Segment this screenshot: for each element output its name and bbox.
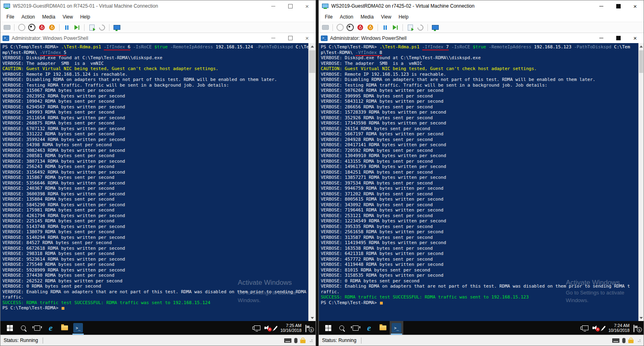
powershell-titlebar[interactable]: >_ Administrator: Windows PowerShell × <box>319 33 644 43</box>
resize-grip[interactable] <box>309 339 312 342</box>
menu-help[interactable]: Help <box>395 12 412 21</box>
console-line: VERBOSE: 0 RDMA bytes sent per second <box>2 284 308 289</box>
console-scrollbar[interactable] <box>308 43 316 321</box>
save-vm-button[interactable] <box>366 23 374 31</box>
scroll-down-arrow[interactable] <box>639 315 644 321</box>
console-line: VERBOSE: 6707132 RDMA bytes written per … <box>2 126 308 132</box>
maximize-button[interactable] <box>610 0 627 12</box>
scroll-down-arrow[interactable] <box>309 315 316 321</box>
ctrl-alt-del-button[interactable] <box>321 23 329 31</box>
volume-muted-icon[interactable]: ✕ <box>592 325 599 331</box>
resize-grip[interactable] <box>637 339 640 342</box>
minimize-button[interactable] <box>593 0 610 12</box>
pause-vm-button[interactable] <box>381 23 389 31</box>
console-line: VERBOSE: 208581 RDMA bytes sent per seco… <box>2 153 308 159</box>
enhanced-session-button[interactable] <box>431 23 439 31</box>
powershell-titlebar[interactable]: >_ Administrator: Windows PowerShell × <box>0 33 316 43</box>
console-line: VERBOSE: 12234549 RDMA bytes written per… <box>321 218 638 224</box>
console-line: VERBOSE: 2561658 RDMA bytes written per … <box>321 229 638 235</box>
ps-maximize-button[interactable] <box>610 33 627 43</box>
clock[interactable]: 7:24 AM 10/16/2018 <box>608 323 630 333</box>
enhanced-session-button[interactable] <box>113 23 121 31</box>
vmconnect-statusbar: Status: Running <box>0 335 316 346</box>
action-center-icon[interactable]: 1 <box>305 325 312 331</box>
revert-button[interactable] <box>98 23 106 31</box>
internet-explorer-button[interactable]: e <box>44 321 58 335</box>
console-line: VERBOSE: 5356646 RDMA bytes written per … <box>2 180 308 186</box>
ps-maximize-button[interactable] <box>282 33 299 43</box>
task-view-button[interactable] <box>30 321 44 335</box>
search-button[interactable] <box>335 321 349 335</box>
menu-view[interactable]: View <box>377 12 395 21</box>
menu-file[interactable]: File <box>3 12 18 21</box>
scroll-up-arrow[interactable] <box>309 43 316 50</box>
console-line: VERBOSE: 4119448 RDMA bytes written per … <box>321 262 638 267</box>
menu-help[interactable]: Help <box>76 12 94 21</box>
scroll-up-arrow[interactable] <box>639 43 644 50</box>
pause-vm-button[interactable] <box>63 23 71 31</box>
action-center-icon[interactable]: 1 <box>634 325 640 331</box>
menu-media[interactable]: Media <box>39 12 59 21</box>
pen-icon[interactable] <box>603 325 604 331</box>
checkpoint-button[interactable] <box>88 23 96 31</box>
toolbar-separator <box>59 24 60 31</box>
console-line: raffic. <box>321 289 638 295</box>
vm-titlebar[interactable]: WS2019-GuestRDMA01 on R7425-01 - Virtual… <box>0 0 316 12</box>
vm-titlebar[interactable]: WS2019-GuestRDMA02 on r7425-02 - Virtual… <box>319 0 644 12</box>
start-vm-button[interactable] <box>336 23 344 31</box>
menu-action[interactable]: Action <box>18 12 38 21</box>
powershell-taskbar-button[interactable]: >_ <box>390 321 403 335</box>
network-icon[interactable] <box>254 325 260 330</box>
console-line: VERBOSE: 204928 RDMA bytes sent per seco… <box>321 137 638 143</box>
menu-file[interactable]: File <box>321 12 336 21</box>
network-icon[interactable] <box>582 325 588 330</box>
console-line: VERBOSE: 3599244 RDMA bytes written per … <box>2 137 308 143</box>
menu-media[interactable]: Media <box>357 12 378 21</box>
status-separator <box>43 338 43 344</box>
ps-close-button[interactable]: × <box>299 33 316 43</box>
reset-vm-button[interactable] <box>391 23 399 31</box>
ctrl-alt-del-button[interactable] <box>3 23 11 31</box>
minimize-button[interactable] <box>265 0 282 12</box>
console-line: VERBOSE: 720592 RDMA bytes sent per seco… <box>321 148 638 153</box>
turn-off-vm-button[interactable] <box>346 23 354 31</box>
task-view-button[interactable] <box>349 321 362 335</box>
text-cursor <box>62 307 64 310</box>
maximize-button[interactable] <box>282 0 299 12</box>
scrollbar-thumb[interactable] <box>309 50 315 73</box>
ps-minimize-button[interactable] <box>265 33 282 43</box>
scrollbar-thumb[interactable] <box>639 50 643 73</box>
vmconnect-toolbar <box>0 22 316 33</box>
checkpoint-button[interactable] <box>406 23 414 31</box>
powershell-taskbar-button[interactable]: >_ <box>71 321 85 335</box>
start-button[interactable] <box>321 321 335 335</box>
clock[interactable]: 7:25 AM 10/16/2018 <box>280 323 301 333</box>
volume-muted-icon[interactable]: ✕ <box>264 325 271 331</box>
file-explorer-button[interactable] <box>58 321 71 335</box>
turn-off-vm-button[interactable] <box>28 23 36 31</box>
ps-minimize-button[interactable] <box>593 33 610 43</box>
notification-badge: 1 <box>309 327 314 332</box>
window-title: WS2019-GuestRDMA01 on R7425-01 - Virtual… <box>13 3 265 9</box>
start-button[interactable] <box>3 321 17 335</box>
powershell-console[interactable]: PS C:\Temp\Test-RDMA> .\Test-Rdma.ps1 -I… <box>0 43 316 321</box>
console-line: VERBOSE: 175981 RDMA bytes sent per seco… <box>2 207 308 213</box>
revert-button[interactable] <box>416 23 424 31</box>
save-vm-button[interactable] <box>48 23 56 31</box>
powershell-console[interactable]: PS C:\Temp\Test-RDMA> .\Test-Rdma.ps1 -I… <box>319 43 644 321</box>
shut-down-vm-button[interactable] <box>38 23 46 31</box>
reset-vm-button[interactable] <box>73 23 81 31</box>
search-button[interactable] <box>17 321 30 335</box>
file-explorer-button[interactable] <box>376 321 390 335</box>
menu-view[interactable]: View <box>59 12 76 21</box>
close-button[interactable]: × <box>627 0 644 12</box>
console-scrollbar[interactable] <box>638 43 644 321</box>
menu-action[interactable]: Action <box>336 12 357 21</box>
pen-icon[interactable] <box>275 325 276 331</box>
shut-down-vm-button[interactable] <box>356 23 364 31</box>
internet-explorer-button[interactable]: e <box>362 321 376 335</box>
start-vm-button[interactable] <box>18 23 26 31</box>
ps-close-button[interactable]: × <box>627 33 644 43</box>
close-button[interactable]: × <box>299 0 316 12</box>
console-line: VERBOSE: 2511654 RDMA bytes written per … <box>2 115 308 121</box>
